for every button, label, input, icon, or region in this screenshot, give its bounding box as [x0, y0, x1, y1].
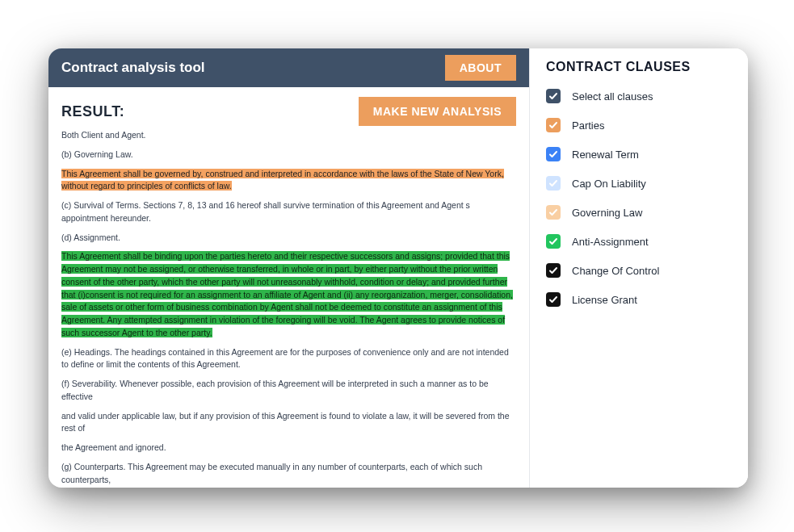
right-panel: CONTRACT CLAUSES Select all clausesParti…	[530, 48, 748, 488]
section-e: (e) Headings. The headings contained in …	[61, 346, 516, 372]
clause-item-license-grant[interactable]: License Grant	[546, 292, 732, 307]
clause-label: Renewal Term	[572, 149, 639, 161]
clause-item-anti-assignment[interactable]: Anti-Assignment	[546, 234, 732, 249]
clause-label: License Grant	[572, 294, 637, 306]
clauses-heading: CONTRACT CLAUSES	[546, 60, 732, 74]
checkbox-icon[interactable]	[546, 292, 561, 307]
clause-item-governing-law[interactable]: Governing Law	[546, 205, 732, 220]
clause-item-cap-on-liability[interactable]: Cap On Liability	[546, 176, 732, 191]
clause-label: Parties	[572, 119, 604, 132]
toolbar: RESULT: MAKE NEW ANALYSIS	[48, 87, 529, 128]
checkbox-icon[interactable]	[546, 89, 561, 103]
section-g-line1: (g) Counterparts. This Agreement may be …	[61, 461, 516, 487]
checkbox-icon[interactable]	[546, 118, 561, 132]
clause-item-renewal-term[interactable]: Renewal Term	[546, 147, 732, 161]
left-panel: Contract analysis tool ABOUT RESULT: MAK…	[48, 48, 530, 488]
clause-item-select-all-clauses[interactable]: Select all clauses	[546, 89, 732, 103]
clause-list: Select all clausesPartiesRenewal TermCap…	[546, 89, 732, 307]
checkbox-icon[interactable]	[546, 147, 561, 161]
result-content: Both Client and Agent. (b) Governing Law…	[48, 128, 529, 488]
section-d-heading: (d) Assignment.	[61, 232, 516, 245]
result-intro: Both Client and Agent.	[61, 129, 516, 142]
app-title: Contract analysis tool	[61, 60, 205, 76]
app-window: Contract analysis tool ABOUT RESULT: MAK…	[48, 48, 748, 488]
assignment-highlight: This Agreement shall be binding upon the…	[61, 251, 513, 337]
checkbox-icon[interactable]	[546, 263, 561, 278]
section-f-line2: and valid under applicable law, but if a…	[61, 410, 516, 436]
about-button[interactable]: ABOUT	[445, 55, 516, 81]
clause-label: Governing Law	[572, 207, 642, 219]
result-heading: RESULT:	[61, 103, 124, 120]
checkbox-icon[interactable]	[546, 176, 561, 191]
clause-item-change-of-control[interactable]: Change Of Control	[546, 263, 732, 278]
clause-item-parties[interactable]: Parties	[546, 118, 732, 132]
checkbox-icon[interactable]	[546, 205, 561, 220]
clause-label: Anti-Assignment	[572, 236, 649, 248]
header: Contract analysis tool ABOUT	[48, 48, 529, 87]
section-f-line1: (f) Severability. Whenever possible, eac…	[61, 378, 516, 404]
clause-label: Select all clauses	[572, 90, 653, 103]
make-new-analysis-button[interactable]: MAKE NEW ANALYSIS	[359, 97, 516, 126]
section-f-line3: the Agreement and ignored.	[61, 442, 516, 455]
clause-label: Change Of Control	[572, 265, 659, 277]
section-b-heading: (b) Governing Law.	[61, 149, 516, 161]
clause-label: Cap On Liability	[572, 178, 646, 190]
section-c: (c) Survival of Terms. Sections 7, 8, 13…	[61, 199, 516, 225]
checkbox-icon[interactable]	[546, 234, 561, 249]
governing-law-highlight: This Agreement shall be governed by, con…	[61, 169, 504, 191]
